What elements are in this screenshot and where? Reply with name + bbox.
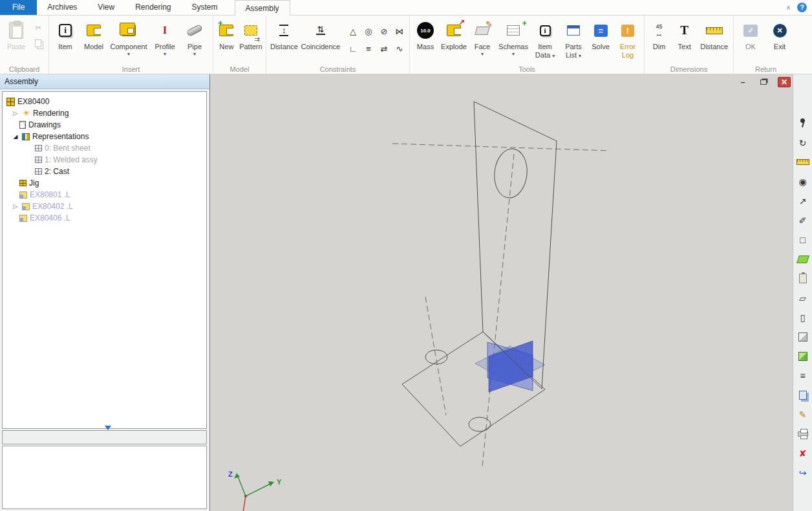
- modify-button[interactable]: ✎: [795, 407, 811, 422]
- item-data-dropdown-icon[interactable]: ▾: [552, 53, 555, 59]
- minimize-button[interactable]: –: [736, 77, 749, 87]
- tree-item-ex80801[interactable]: EX80801 .L: [3, 189, 206, 201]
- tree-item-drawings[interactable]: Drawings: [3, 119, 206, 131]
- component-dropdown-icon[interactable]: ▾: [111, 52, 147, 57]
- restore-button[interactable]: [757, 77, 770, 87]
- splitter-handle-icon[interactable]: [105, 426, 111, 430]
- expander-collapsed-icon[interactable]: ▷: [12, 110, 19, 116]
- tab-assembly[interactable]: Assembly: [235, 0, 290, 16]
- viewport-canvas[interactable]: Z Y: [210, 74, 793, 511]
- help-icon[interactable]: ?: [797, 3, 807, 12]
- tree-item-representations[interactable]: ◢ Representations: [3, 131, 206, 142]
- face-button[interactable]: ✎ Face▾: [469, 17, 496, 64]
- datum-plane-button[interactable]: [795, 252, 811, 266]
- tree-item-root[interactable]: EX80400: [3, 96, 206, 107]
- expander-expanded-icon[interactable]: ◢: [12, 133, 19, 140]
- reroute-button[interactable]: ↪: [795, 465, 811, 480]
- item-data-button[interactable]: i Item Data ▾: [531, 17, 559, 64]
- tree-item-rep-cast[interactable]: 2: Cast: [3, 166, 206, 177]
- delete-button[interactable]: ✘: [795, 446, 811, 461]
- tangency-button[interactable]: ⋈: [392, 23, 407, 40]
- clipboard-small-buttons: ✂: [32, 17, 45, 50]
- clipboard-button[interactable]: [795, 271, 811, 286]
- expander-collapsed-icon[interactable]: ▷: [12, 203, 19, 210]
- edit-point-button[interactable]: ✐: [795, 213, 811, 228]
- paste-button[interactable]: Paste: [2, 17, 30, 64]
- smooth-button[interactable]: ∿: [392, 40, 407, 58]
- face-select-button[interactable]: ▱: [795, 290, 811, 305]
- parallel-button[interactable]: ≡: [361, 40, 376, 58]
- exclusion-button[interactable]: ⊘: [376, 23, 392, 40]
- tree-item-ex80406[interactable]: EX80406 .L: [3, 212, 206, 224]
- swap-icon: ⇄: [381, 44, 388, 54]
- coincidence-button[interactable]: ⇅ Coincidence: [300, 17, 341, 64]
- vertical-plate-wireframe[interactable]: [474, 102, 557, 389]
- solid-select-button[interactable]: [795, 329, 811, 344]
- window-select-button[interactable]: □: [795, 232, 811, 247]
- perpendicular-button[interactable]: ∟: [345, 40, 361, 58]
- surface-select-button[interactable]: ▯: [795, 310, 811, 325]
- face-dropdown-icon[interactable]: ▾: [475, 52, 490, 57]
- tab-system[interactable]: System: [182, 0, 228, 15]
- tree-item-rep-bent-sheet[interactable]: 0: Bent sheet: [3, 142, 206, 154]
- tree-item-jig[interactable]: Jig: [3, 177, 206, 189]
- group-label-return: Return: [734, 65, 798, 73]
- pin-button[interactable]: [795, 116, 811, 131]
- close-button[interactable]: ✕: [778, 77, 791, 87]
- tab-file[interactable]: File: [0, 0, 37, 15]
- component-button[interactable]: Component▾: [108, 17, 149, 64]
- copy-button[interactable]: [32, 37, 45, 50]
- exit-button[interactable]: ✕ Exit: [765, 17, 794, 64]
- swap-button[interactable]: ⇄: [376, 40, 392, 58]
- mass-button[interactable]: 10.0 Mass: [412, 17, 439, 64]
- plate-hole[interactable]: [492, 147, 529, 200]
- pipe-dropdown-icon[interactable]: ▾: [187, 52, 202, 57]
- shaded-view-button[interactable]: [795, 349, 811, 364]
- cut-button[interactable]: ✂: [32, 21, 45, 34]
- z-axis-arrow: [234, 473, 240, 479]
- group-label-constraints: Constraints: [266, 65, 409, 73]
- pattern-button[interactable]: ⇉ Pattern: [238, 17, 264, 64]
- profile-button[interactable]: I Profile▾: [149, 17, 180, 64]
- pick-arrow-button[interactable]: ↗: [795, 193, 811, 208]
- parts-list-dropdown-icon[interactable]: ▾: [579, 53, 581, 59]
- copy-item-button[interactable]: [795, 387, 811, 402]
- list-button[interactable]: ≡: [795, 368, 811, 383]
- concentricity-button[interactable]: ◎: [361, 23, 376, 40]
- ok-button[interactable]: ✓ OK: [736, 17, 765, 64]
- error-log-button[interactable]: ! Error Log: [614, 17, 642, 64]
- tree-item-ex80402[interactable]: ▷ EX80402 .L: [3, 201, 206, 212]
- constraint-icon-grid: △ ◎ ⊘ ⋈ ∟ ≡ ⇄ ∿: [345, 23, 407, 58]
- tree-item-rep-welded-assy[interactable]: 1: Welded assy: [3, 154, 206, 166]
- text-button[interactable]: T Text: [672, 17, 697, 64]
- tab-archives[interactable]: Archives: [37, 0, 87, 15]
- tree-item-rendering[interactable]: ▷ ✳ Rendering: [3, 107, 206, 119]
- schemas-button[interactable]: + Schemas▾: [496, 17, 531, 64]
- item-data-icon: i: [540, 25, 551, 36]
- model-button[interactable]: Model: [80, 17, 108, 64]
- ribbon-group-dimensions: 45↔ Dim T Text Distance Dimensions: [645, 16, 734, 74]
- collapse-ribbon-icon[interactable]: ∧: [786, 4, 791, 11]
- base-hole-bottom[interactable]: [469, 417, 491, 431]
- tab-view[interactable]: View: [87, 0, 125, 15]
- rotate-view-button[interactable]: ↻: [795, 135, 811, 150]
- angle-constraint-button[interactable]: △: [345, 23, 361, 40]
- measure-button[interactable]: [795, 155, 811, 169]
- distance-constraint-button[interactable]: ↕ Distance: [268, 17, 300, 64]
- pipe-button[interactable]: Pipe▾: [180, 17, 209, 64]
- dim-button[interactable]: 45↔ Dim: [646, 17, 672, 64]
- snap-target-button[interactable]: ◉: [795, 174, 811, 189]
- schemas-dropdown-icon[interactable]: ▾: [498, 52, 528, 57]
- tab-rendering[interactable]: Rendering: [125, 0, 181, 15]
- reroute-icon: ↪: [799, 468, 807, 478]
- profile-dropdown-icon[interactable]: ▾: [155, 52, 175, 57]
- item-button[interactable]: i Item: [51, 17, 80, 64]
- ribbon-group-tools: 10.0 Mass ↗ Explode ✎ Face▾ + Schemas▾ i…: [410, 16, 645, 74]
- explode-button[interactable]: ↗ Explode: [439, 17, 469, 64]
- distance-dimension-button[interactable]: Distance: [697, 17, 731, 64]
- solve-button[interactable]: = Solve: [588, 17, 614, 64]
- parts-list-button[interactable]: Parts List ▾: [559, 17, 588, 64]
- print-button[interactable]: [795, 426, 811, 441]
- new-button[interactable]: + New: [215, 17, 238, 64]
- viewport[interactable]: Z Y – ✕: [210, 74, 793, 511]
